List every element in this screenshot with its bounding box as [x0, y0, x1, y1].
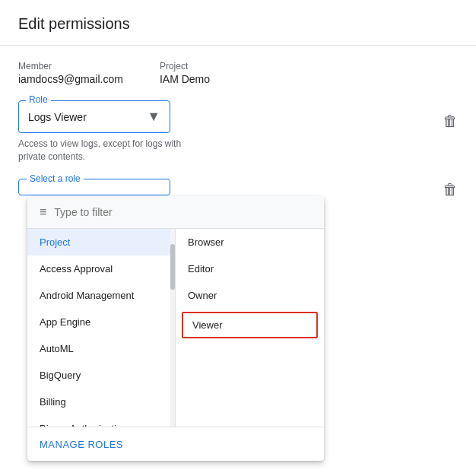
right-item-editor[interactable]: Editor: [176, 255, 324, 282]
role-filter-dropdown: ≡ Project Access Approval Android Manage…: [27, 196, 324, 461]
right-item-viewer[interactable]: Viewer: [182, 312, 318, 338]
role-description: Access to view logs, except for logs wit…: [18, 138, 201, 163]
selected-role-text: Logs Viewer: [28, 111, 87, 123]
project-value: IAM Demo: [160, 73, 210, 85]
left-item-binary-authorization[interactable]: Binary Authorization: [27, 415, 175, 427]
panel-columns: Project Access Approval Android Manageme…: [27, 229, 324, 427]
member-project-row: Member iamdocs9@gmail.com Project IAM De…: [18, 61, 458, 85]
select-role-label: Select a role: [27, 173, 84, 184]
scrollbar-track: [170, 229, 175, 427]
edit-permissions-page: Edit permissions Member iamdocs9@gmail.c…: [0, 0, 476, 476]
manage-roles-row: MANAGE ROLES: [27, 427, 324, 461]
project-label: Project: [160, 61, 210, 71]
member-info: Member iamdocs9@gmail.com: [18, 61, 123, 85]
member-label: Member: [18, 61, 123, 71]
delete-role-1-button[interactable]: 🗑: [443, 113, 458, 130]
left-item-access-approval[interactable]: Access Approval: [27, 255, 175, 282]
content-area: Member iamdocs9@gmail.com Project IAM De…: [0, 46, 476, 211]
right-item-browser[interactable]: Browser: [176, 229, 324, 255]
role-dropdown-container: Role Logs Viewer ▼: [18, 100, 170, 133]
left-item-bigquery[interactable]: BigQuery: [27, 362, 175, 389]
select-role-section: Select a role: [18, 179, 458, 195]
select-role-dropdown[interactable]: Select a role: [18, 179, 170, 195]
left-item-billing[interactable]: Billing: [27, 389, 175, 415]
left-item-automl[interactable]: AutoML: [27, 335, 175, 362]
dropdown-arrow-icon: ▼: [147, 109, 160, 125]
delete-role-2-button[interactable]: 🗑: [443, 181, 458, 198]
left-item-android-management[interactable]: Android Management: [27, 282, 175, 309]
role-field-label: Role: [26, 94, 51, 105]
left-item-project[interactable]: Project: [27, 229, 175, 255]
filter-row: ≡: [27, 196, 324, 229]
member-value: iamdocs9@gmail.com: [18, 73, 123, 85]
role-section: Role Logs Viewer ▼ Access to view logs, …: [18, 100, 458, 163]
header: Edit permissions: [0, 0, 476, 46]
role-dropdown[interactable]: Logs Viewer ▼: [18, 100, 170, 133]
left-item-app-engine[interactable]: App Engine: [27, 309, 175, 335]
filter-icon: ≡: [40, 205, 46, 219]
project-info: Project IAM Demo: [160, 61, 210, 85]
left-column[interactable]: Project Access Approval Android Manageme…: [27, 229, 176, 427]
filter-input[interactable]: [54, 206, 312, 218]
right-item-owner[interactable]: Owner: [176, 282, 324, 309]
manage-roles-link[interactable]: MANAGE ROLES: [40, 439, 123, 450]
right-column[interactable]: Browser Editor Owner Viewer: [176, 229, 324, 427]
page-title: Edit permissions: [18, 15, 458, 33]
scrollbar-thumb[interactable]: [170, 244, 175, 290]
